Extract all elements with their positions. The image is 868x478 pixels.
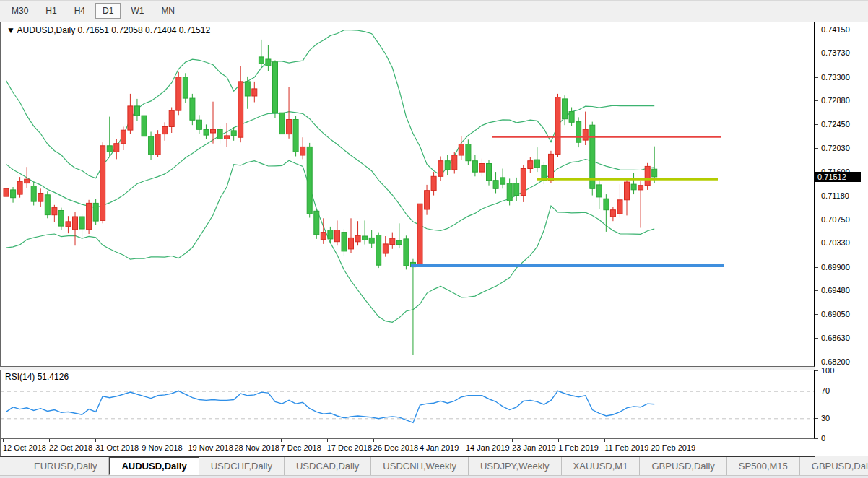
price-tick-mark [815, 124, 818, 125]
chart-tab-bar: EURUSD,DailyAUDUSD,DailyUSDCHF,DailyUSDC… [0, 457, 868, 476]
timeframe-button-m30[interactable]: M30 [4, 3, 35, 19]
date-tick-mark [142, 439, 142, 442]
price-tick-mark [815, 77, 818, 78]
candle-body [521, 169, 526, 196]
date-tick-label: 9 Nov 2018 [142, 443, 182, 452]
candle-body [596, 185, 602, 197]
candle-body [58, 211, 64, 227]
chart-tab-usdjpy-weekly[interactable]: USDJPY,Weekly [469, 457, 562, 475]
chart-tab-usdcnh-weekly[interactable]: USDCNH,Weekly [371, 457, 469, 475]
candle-body [645, 166, 650, 185]
candle-body [425, 191, 430, 209]
current-price-badge: 0.71512 [815, 172, 861, 182]
date-axis: 12 Oct 201822 Oct 201831 Oct 20189 Nov 2… [0, 439, 815, 457]
price-tick-label: 0.74150 [821, 25, 850, 34]
main-chart-panel[interactable]: ▼ AUDUSD,Daily 0.71651 0.72058 0.71404 0… [0, 22, 815, 367]
date-tick-mark [651, 439, 651, 442]
price-tick-label: 0.70750 [821, 215, 850, 224]
candle-body [638, 186, 643, 190]
chart-tab-gbpusd-daily[interactable]: GBPUSD,Daily [640, 457, 726, 475]
rsi-indicator-panel[interactable]: RSI(14) 51.4126 [0, 370, 815, 439]
price-tick-mark [815, 220, 818, 220]
price-tick-mark [815, 338, 818, 339]
timeframe-button-h4[interactable]: H4 [67, 3, 92, 19]
candle-body [287, 120, 292, 134]
price-tick-label: 0.73730 [821, 48, 850, 57]
candle-body [38, 194, 43, 202]
price-tick-label: 0.73300 [821, 73, 850, 82]
candle-body [652, 169, 657, 177]
price-tick-label: 0.68200 [821, 357, 850, 366]
candle-body [252, 89, 257, 96]
timeframe-button-mn[interactable]: MN [154, 3, 182, 19]
date-tick-mark [327, 439, 328, 442]
date-tick-label: 23 Jan 2019 [512, 443, 556, 452]
chart-tab-gbpusd-daily[interactable]: GBPUSD,Daily [800, 457, 868, 475]
candle-body [273, 62, 278, 113]
timeframe-button-w1[interactable]: W1 [123, 3, 151, 19]
candle-body [149, 136, 154, 155]
candle-body [479, 164, 485, 173]
chart-tab-usdcad-daily[interactable]: USDCAD,Daily [285, 457, 371, 475]
candle-body [279, 113, 285, 134]
chart-tab-sp500-m15[interactable]: SP500,M15 [727, 457, 800, 475]
timeframe-button-h1[interactable]: H1 [38, 3, 64, 19]
date-tick-label: 1 Feb 2019 [558, 443, 599, 452]
date-tick-mark [604, 439, 605, 442]
candle-body [542, 166, 547, 181]
candle-body [52, 208, 57, 215]
rsi-tick-label: 100 [821, 366, 834, 375]
date-tick-mark [188, 439, 188, 442]
chart-title: ▼ AUDUSD,Daily 0.71651 0.72058 0.71404 0… [6, 25, 210, 35]
candle-body [466, 144, 471, 161]
candle-body [266, 59, 271, 66]
candle-body [114, 144, 119, 152]
candle-body [204, 129, 209, 135]
candle-body [493, 181, 498, 189]
date-tick-label: 19 Nov 2018 [188, 443, 233, 452]
chart-tab-audusd-daily[interactable]: AUDUSD,Daily [109, 457, 199, 475]
candle-body [452, 155, 457, 170]
candle-body [625, 182, 630, 200]
price-axis: 0.71512 0.741500.737300.733000.728800.72… [815, 22, 868, 456]
candle-body [155, 134, 160, 155]
date-tick-mark [95, 439, 96, 442]
rsi-tick-mark [815, 370, 818, 371]
candle-body [569, 112, 574, 123]
candle-body [17, 181, 22, 194]
candle-body [355, 235, 360, 242]
rsi-tick-label: 70 [821, 386, 830, 395]
candle-body [610, 210, 615, 217]
date-tick-label: 28 Nov 2018 [235, 443, 279, 452]
candle-body [528, 161, 533, 169]
candle-body [555, 97, 560, 155]
price-tick-mark [815, 362, 818, 362]
candle-body [169, 110, 174, 126]
date-tick-mark [281, 439, 282, 442]
candle-body [231, 131, 236, 136]
chart-tab-xauusd-m1[interactable]: XAUUSD,M1 [562, 457, 641, 475]
chart-tab-usdchf-daily[interactable]: USDCHF,Daily [199, 457, 285, 475]
price-tick-label: 0.72450 [821, 120, 850, 129]
date-tick-label: 12 Oct 2018 [3, 443, 46, 452]
candle-body [183, 77, 188, 98]
date-tick-label: 11 Feb 2019 [604, 443, 648, 452]
candle-body [121, 130, 126, 144]
date-tick-label: 14 Jan 2019 [466, 443, 510, 452]
date-tick-mark [3, 439, 4, 442]
date-tick-mark [49, 439, 50, 442]
candle-body [445, 161, 450, 170]
rsi-tick-mark [815, 391, 818, 391]
rsi-chart[interactable]: RSI(14) 51.4126 [1, 370, 814, 438]
rsi-tick-mark [815, 418, 818, 419]
candle-body [25, 179, 30, 183]
price-tick-label: 0.69050 [821, 310, 850, 318]
price-tick-mark [815, 290, 818, 291]
date-tick-label: 22 Oct 2018 [49, 443, 92, 452]
timeframe-button-d1[interactable]: D1 [95, 3, 121, 19]
candle-body [514, 183, 519, 196]
chart-tab-eurusd-daily[interactable]: EURUSD,Daily [22, 457, 109, 475]
candle-body [342, 233, 347, 251]
candlestick-chart[interactable]: ▼ AUDUSD,Daily 0.71651 0.72058 0.71404 0… [1, 22, 814, 366]
candle-body [128, 106, 133, 130]
